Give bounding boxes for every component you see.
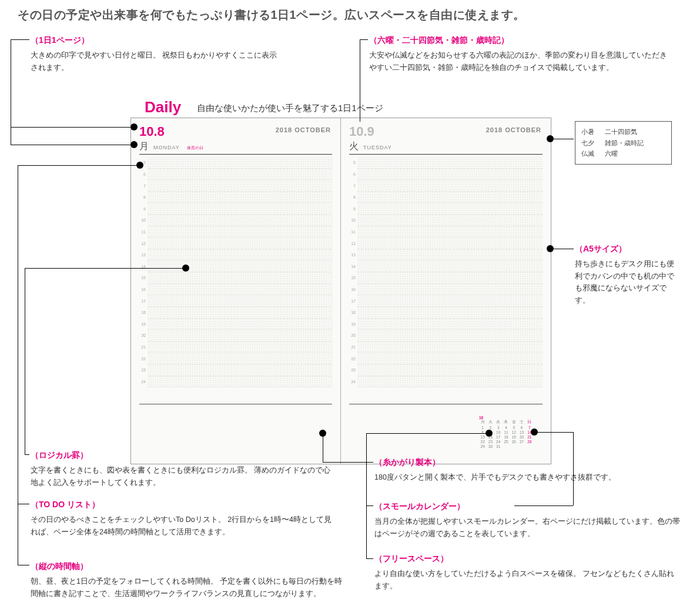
callout-line [11,39,11,145]
section-body: 文字を書くときにも、図や表を書くときにも便利なロジカル罫。 薄めのガイドなので心… [31,464,336,488]
section-smallcal: （スモールカレンダー） 当月の全体が把握しやすいスモールカレンダー。右ページにだ… [374,501,680,540]
callout-line [18,504,29,504]
month-left: 2018 OCTOBER [276,126,331,133]
holiday-left: 体育の日 [187,145,203,151]
dow-kanji-left: 月 [139,140,149,153]
callout-line [366,433,367,559]
callout-dot [136,162,143,169]
callout-line [11,39,29,40]
month-right: 2018 OCTOBER [486,126,541,133]
section-title: （スモールカレンダー） [374,501,680,512]
section-body: 180度パタンと開く製本で、片手でもデスクでも書きやすさ抜群です。 [374,471,680,484]
section-logical: （ロジカル罫） 文字を書くときにも、図や表を書くときにも便利なロジカル罫。 薄め… [31,450,336,488]
section-todo: （TO DO リスト） その日のやるべきことをチェックしやすいTo Doリスト。… [31,500,336,538]
diary-right-page: 10.9 2018 OCTOBER 火 TUESDAY 567891011121… [341,118,551,464]
section-title: （糸かがり製本） [374,457,680,468]
section-binding: （糸かがり製本） 180度パタンと開く製本で、片手でもデスクでも書きやすさ抜群で… [374,457,680,484]
diary-subtitle: 自由な使いかたが使い手を魅了する1日1ページ [197,103,383,114]
callout-line [366,505,373,506]
freespace-right: 10 月火水木金土日123456789101112131415161718192… [349,404,543,457]
section-body: 当月の全体が把握しやすいスモールカレンダー。右ページにだけ掲載しています。色の帯… [374,515,680,540]
callout-line [551,249,574,249]
callout-dot [486,430,493,437]
callout-dot [547,135,554,142]
callout-dot [182,265,189,272]
section-body: より自由な使い方をしていただけるよう白スペースを確保。 フセンなどもたくさん貼れ… [374,568,680,592]
section-a5: （A5サイズ） 持ち歩きにもデスク用にも便利でカバンの中でも机の中でも邪魔になら… [575,244,681,307]
callout-line [18,565,29,565]
callout-line [25,454,29,455]
callout-line [25,268,25,455]
callout-line [573,432,574,505]
callout-line [360,39,360,122]
callout-line [323,433,323,463]
section-daypage: （1日1ページ） 大きめの印字で見やすい日付と曜日。 祝祭日もわかりやすくここに… [31,35,277,73]
callout-dot [319,430,326,437]
callout-dot [130,141,138,148]
section-title: （ロジカル罫） [31,450,336,461]
section-title: （A5サイズ） [575,244,681,255]
section-vtime: （縦の時間軸） 朝、昼、夜と1日の予定をフォローしてくれる時間軸。 予定を書く以… [31,561,348,600]
callout-line [366,433,488,434]
page-headline: その日の予定や出来事を何でもたっぷり書ける1日1ページ。広いスペースを自由に使え… [18,7,681,23]
section-title: （六曜・二十四節気・雑節・歳時記） [369,35,669,46]
callout-line [360,39,368,40]
callout-dot [547,245,554,252]
section-body: 大きめの印字で見やすい日付と曜日。 祝祭日もわかりやすくここに表示されます。 [31,49,277,73]
diary-graphic: 10.8 2018 OCTOBER 月 MONDAY 体育の日 56789101… [130,118,551,464]
callout-line [534,432,573,433]
legend-box: 小暑二十四節気七夕雑節・歳時記仏滅六曜 [575,121,672,165]
hour-grid-left: 56789101112131415161718192021222324 [139,157,332,399]
hour-grid-right: 56789101112131415161718192021222324 [349,157,543,399]
section-body: 朝、昼、夜と1日の予定をフォローしてくれる時間軸。 予定を書く以外にも毎日の行動… [31,575,348,600]
callout-line [551,139,574,139]
callout-dot [130,123,138,130]
callout-line [11,145,133,145]
freespace-left [139,404,332,457]
callout-line [18,165,18,565]
section-body: その日のやるべきことをチェックしやすいTo Doリスト。 2行目からを1時〜4時… [31,514,336,538]
callout-line [25,268,185,269]
diary-left-page: 10.8 2018 OCTOBER 月 MONDAY 体育の日 56789101… [131,118,341,464]
callout-line [18,165,139,166]
section-freespace: （フリースペース） より自由な使い方をしていただけるよう白スペースを確保。 フセ… [374,554,680,592]
section-title: （TO DO リスト） [31,500,336,510]
dow-kanji-right: 火 [349,140,359,153]
section-body: 持ち歩きにもデスク用にも便利でカバンの中でも机の中でも邪魔にならないサイズです。 [575,258,681,307]
section-title: （フリースペース） [374,554,680,564]
section-body: 大安や仏滅などをお知らせする六曜の表記のほか、季節の変わり目を意識していただきや… [369,49,669,73]
callout-dot [531,428,538,436]
callout-line [366,558,373,559]
mini-cal-month: 10 [479,416,533,420]
section-rokuyo: （六曜・二十四節気・雑節・歳時記） 大安や仏滅などをお知らせする六曜の表記のほか… [369,35,669,73]
dow-en-right: TUESDAY [363,145,392,150]
section-title: （1日1ページ） [31,35,277,46]
callout-line [11,127,133,128]
section-title: （縦の時間軸） [31,561,348,572]
dow-en-left: MONDAY [153,145,180,150]
callout-line [514,505,573,506]
diary-title: Daily [145,98,181,116]
